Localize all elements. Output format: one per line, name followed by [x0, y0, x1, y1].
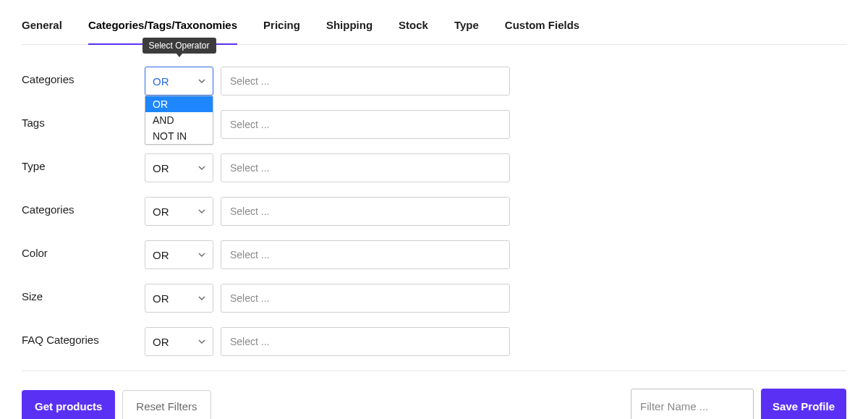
- operator-select[interactable]: OR: [145, 197, 213, 226]
- value-placeholder: Select ...: [230, 249, 269, 261]
- tab-type[interactable]: Type: [454, 10, 479, 44]
- filter-row: FAQ Categories OR Select ...: [22, 327, 846, 356]
- filter-row: Categories Select Operator OR OR AND NOT…: [22, 67, 846, 96]
- operator-value: OR: [153, 337, 169, 347]
- filters-page: General Categories/Tags/Taxonomies Prici…: [0, 0, 868, 419]
- chevron-down-icon: [198, 251, 205, 258]
- value-placeholder: Select ...: [230, 292, 269, 304]
- operator-select[interactable]: OR: [145, 240, 213, 269]
- tab-pricing[interactable]: Pricing: [263, 10, 300, 44]
- bottom-right: Save Profile: [631, 389, 846, 419]
- operator-option-not-in[interactable]: NOT IN: [145, 128, 213, 144]
- operator-wrap: OR: [145, 240, 213, 269]
- value-placeholder: Select ...: [230, 206, 269, 217]
- row-label: Categories: [22, 197, 145, 216]
- value-placeholder: Select ...: [230, 75, 269, 87]
- operator-value: OR: [153, 206, 169, 217]
- operator-wrap: OR: [145, 153, 213, 182]
- value-select[interactable]: Select ...: [221, 153, 510, 182]
- save-profile-button[interactable]: Save Profile: [761, 389, 846, 419]
- value-placeholder: Select ...: [230, 336, 269, 347]
- operator-value: OR: [153, 163, 169, 174]
- chevron-down-icon: [198, 164, 205, 172]
- filter-row: Size OR Select ...: [22, 284, 846, 313]
- operator-select[interactable]: OR: [145, 284, 213, 313]
- tab-stock[interactable]: Stock: [399, 10, 428, 44]
- operator-wrap: OR: [145, 284, 213, 313]
- row-label: Tags: [22, 110, 145, 129]
- filter-row: Type OR Select ...: [22, 153, 846, 182]
- operator-value: OR: [153, 293, 169, 304]
- operator-select[interactable]: OR: [145, 153, 213, 182]
- value-select[interactable]: Select ...: [221, 284, 510, 313]
- operator-wrap: OR: [145, 197, 213, 226]
- operator-wrap: OR: [145, 327, 213, 356]
- operator-select[interactable]: OR: [145, 327, 213, 356]
- tab-general[interactable]: General: [22, 10, 62, 44]
- chevron-down-icon: [198, 77, 205, 85]
- value-select[interactable]: Select ...: [221, 67, 510, 96]
- value-select[interactable]: Select ...: [221, 197, 510, 226]
- chevron-down-icon: [198, 295, 205, 302]
- row-label: Categories: [22, 67, 145, 85]
- value-select[interactable]: Select ...: [221, 327, 510, 356]
- operator-option-and[interactable]: AND: [145, 112, 213, 128]
- filter-rows: Categories Select Operator OR OR AND NOT…: [22, 45, 846, 356]
- row-label: Color: [22, 240, 145, 259]
- value-placeholder: Select ...: [230, 162, 269, 174]
- operator-menu: OR AND NOT IN: [145, 96, 213, 145]
- chevron-down-icon: [198, 338, 205, 345]
- tab-shipping[interactable]: Shipping: [326, 10, 373, 44]
- row-label: Type: [22, 153, 145, 172]
- tab-bar: General Categories/Tags/Taxonomies Prici…: [22, 10, 846, 45]
- filter-row: Categories OR Select ...: [22, 197, 846, 226]
- operator-value: OR: [153, 250, 169, 261]
- bottom-left: Get products Reset Filters: [22, 390, 211, 419]
- chevron-down-icon: [198, 208, 205, 215]
- operator-select[interactable]: OR: [145, 67, 213, 96]
- value-select[interactable]: Select ...: [221, 110, 510, 139]
- tab-categories-tags-taxonomies[interactable]: Categories/Tags/Taxonomies: [88, 10, 237, 44]
- operator-option-or[interactable]: OR: [145, 96, 213, 112]
- value-select[interactable]: Select ...: [221, 240, 510, 269]
- tab-custom-fields[interactable]: Custom Fields: [505, 10, 579, 44]
- bottom-bar: Get products Reset Filters Save Profile: [22, 371, 846, 419]
- operator-wrap: Select Operator OR OR AND NOT IN: [145, 67, 213, 96]
- row-label: Size: [22, 284, 145, 302]
- filter-name-input[interactable]: [631, 389, 754, 419]
- get-products-button[interactable]: Get products: [22, 390, 115, 419]
- value-placeholder: Select ...: [230, 119, 269, 130]
- operator-value: OR: [153, 76, 169, 87]
- row-label: FAQ Categories: [22, 327, 145, 346]
- filter-row: Color OR Select ...: [22, 240, 846, 269]
- reset-filters-button[interactable]: Reset Filters: [122, 390, 210, 419]
